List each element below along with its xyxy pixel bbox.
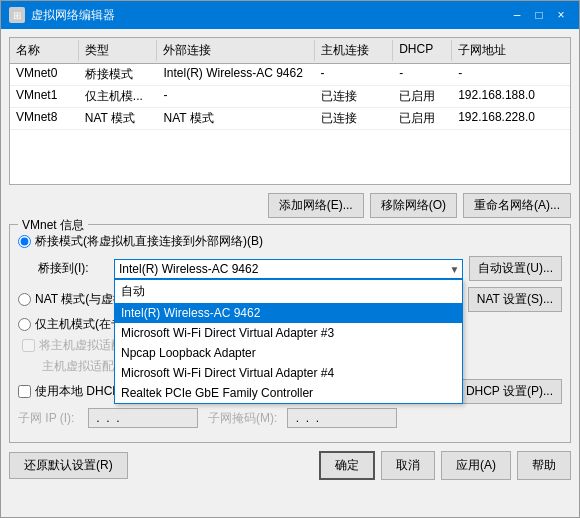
rename-network-button[interactable]: 重命名网络(A)... — [463, 193, 571, 218]
cell-ext-0: Intel(R) Wireless-AC 9462 — [157, 64, 314, 85]
subnet-mask-label: 子网掩码(M): — [208, 410, 277, 427]
dropdown-item-realtek[interactable]: Realtek PCIe GbE Family Controller — [115, 383, 462, 403]
col-header-ext: 外部连接 — [157, 40, 314, 61]
minimize-button[interactable]: – — [507, 5, 527, 25]
content-area: 名称 类型 外部连接 主机连接 DHCP 子网地址 VMnet0 桥接模式 In… — [1, 29, 579, 517]
bridge-mode-row: 桥接模式(将虚拟机直接连接到外部网络)(B) — [18, 233, 562, 250]
cancel-button[interactable]: 取消 — [381, 451, 435, 480]
cell-subnet-2: 192.168.228.0 — [452, 108, 570, 129]
cell-name-1: VMnet1 — [10, 86, 79, 107]
main-window: ⊞ 虚拟网络编辑器 – □ × 名称 类型 外部连接 主机连接 DHCP 子网地… — [0, 0, 580, 518]
bridge-dropdown-container: 自动Intel(R) Wireless-AC 9462Microsoft Wi-… — [114, 259, 463, 279]
ok-button[interactable]: 确定 — [319, 451, 375, 480]
auto-settings-button[interactable]: 自动设置(U)... — [469, 256, 562, 281]
cell-type-1: 仅主机模... — [79, 86, 158, 107]
table-body: VMnet0 桥接模式 Intel(R) Wireless-AC 9462 - … — [10, 64, 570, 130]
bottom-buttons-row: 还原默认设置(R) 确定 取消 应用(A) 帮助 — [9, 451, 571, 480]
cell-dhcp-1: 已启用 — [393, 86, 452, 107]
cell-host-2: 已连接 — [315, 108, 394, 129]
cell-subnet-1: 192.168.188.0 — [452, 86, 570, 107]
maximize-button[interactable]: □ — [529, 5, 549, 25]
host-adapter-checkbox[interactable] — [22, 339, 35, 352]
table-row[interactable]: VMnet8 NAT 模式 NAT 模式 已连接 已启用 192.168.228… — [10, 108, 570, 130]
table-header: 名称 类型 外部连接 主机连接 DHCP 子网地址 — [10, 38, 570, 64]
add-network-button[interactable]: 添加网络(E)... — [268, 193, 364, 218]
bridge-mode-radio[interactable] — [18, 235, 31, 248]
dropdown-item-ms3[interactable]: Microsoft Wi-Fi Direct Virtual Adapter #… — [115, 323, 462, 343]
ip-row: 子网 IP (I): 子网掩码(M): — [18, 408, 562, 428]
cell-type-2: NAT 模式 — [79, 108, 158, 129]
bridge-dropdown-popup: 自动 Intel(R) Wireless-AC 9462 Microsoft W… — [114, 279, 463, 404]
col-header-name: 名称 — [10, 40, 79, 61]
subnet-ip-input[interactable] — [88, 408, 198, 428]
cell-host-1: 已连接 — [315, 86, 394, 107]
host-only-radio[interactable] — [18, 318, 31, 331]
info-section-title: VMnet 信息 — [18, 217, 88, 234]
table-row[interactable]: VMnet0 桥接模式 Intel(R) Wireless-AC 9462 - … — [10, 64, 570, 86]
cell-name-0: VMnet0 — [10, 64, 79, 85]
bridge-dropdown[interactable]: 自动Intel(R) Wireless-AC 9462Microsoft Wi-… — [114, 259, 463, 279]
bridge-to-row: 桥接到(I): 自动Intel(R) Wireless-AC 9462Micro… — [18, 256, 562, 281]
dhcp-checkbox[interactable] — [18, 385, 31, 398]
app-icon: ⊞ — [9, 7, 25, 23]
dropdown-item-auto[interactable]: 自动 — [115, 280, 462, 303]
table-row[interactable]: VMnet1 仅主机模... - 已连接 已启用 192.168.188.0 — [10, 86, 570, 108]
cell-ext-2: NAT 模式 — [157, 108, 314, 129]
bridge-to-label: 桥接到(I): — [38, 260, 108, 277]
title-bar-left: ⊞ 虚拟网络编辑器 — [9, 7, 115, 24]
help-button[interactable]: 帮助 — [517, 451, 571, 480]
restore-defaults-button[interactable]: 还原默认设置(R) — [9, 452, 128, 479]
title-bar-controls: – □ × — [507, 5, 571, 25]
subnet-mask-input[interactable] — [287, 408, 397, 428]
cell-type-0: 桥接模式 — [79, 64, 158, 85]
nat-mode-radio[interactable] — [18, 293, 31, 306]
bottom-right-buttons: 确定 取消 应用(A) 帮助 — [319, 451, 571, 480]
cell-dhcp-2: 已启用 — [393, 108, 452, 129]
nat-settings-button[interactable]: NAT 设置(S)... — [468, 287, 562, 312]
col-header-subnet: 子网地址 — [452, 40, 570, 61]
cell-dhcp-0: - — [393, 64, 452, 85]
col-header-host: 主机连接 — [315, 40, 394, 61]
network-table: 名称 类型 外部连接 主机连接 DHCP 子网地址 VMnet0 桥接模式 In… — [9, 37, 571, 185]
close-button[interactable]: × — [551, 5, 571, 25]
remove-network-button[interactable]: 移除网络(O) — [370, 193, 457, 218]
cell-host-0: - — [315, 64, 394, 85]
cell-subnet-0: - — [452, 64, 570, 85]
apply-button[interactable]: 应用(A) — [441, 451, 511, 480]
col-header-dhcp: DHCP — [393, 40, 452, 61]
subnet-ip-label: 子网 IP (I): — [18, 410, 78, 427]
title-bar: ⊞ 虚拟网络编辑器 – □ × — [1, 1, 579, 29]
cell-ext-1: - — [157, 86, 314, 107]
bottom-left-buttons: 还原默认设置(R) — [9, 452, 128, 479]
dhcp-settings-button[interactable]: DHCP 设置(P)... — [457, 379, 562, 404]
dropdown-item-npcap[interactable]: Npcap Loopback Adapter — [115, 343, 462, 363]
bridge-mode-label: 桥接模式(将虚拟机直接连接到外部网络)(B) — [35, 233, 263, 250]
cell-name-2: VMnet8 — [10, 108, 79, 129]
network-buttons-row: 添加网络(E)... 移除网络(O) 重命名网络(A)... — [9, 193, 571, 218]
dropdown-item-ms4[interactable]: Microsoft Wi-Fi Direct Virtual Adapter #… — [115, 363, 462, 383]
col-header-type: 类型 — [79, 40, 158, 61]
window-title: 虚拟网络编辑器 — [31, 7, 115, 24]
vmnet-info-section: VMnet 信息 桥接模式(将虚拟机直接连接到外部网络)(B) 桥接到(I): … — [9, 224, 571, 443]
dropdown-item-intel[interactable]: Intel(R) Wireless-AC 9462 — [115, 303, 462, 323]
